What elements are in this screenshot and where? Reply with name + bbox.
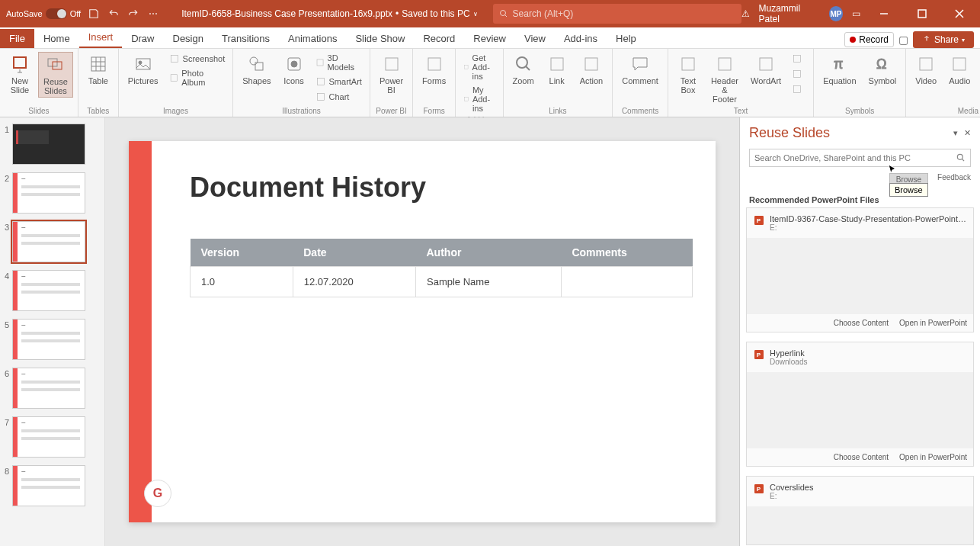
present-icon[interactable]: ▢	[898, 34, 908, 46]
screenshot-button[interactable]: Screenshot	[166, 52, 229, 66]
thumbnail-2[interactable]: 2—	[0, 171, 104, 215]
pictures-button[interactable]: Pictures	[123, 52, 163, 87]
col-version[interactable]: Version	[191, 239, 293, 267]
col-comments[interactable]: Comments	[561, 239, 692, 267]
shapes-button[interactable]: Shapes	[238, 52, 275, 87]
choose-content-link[interactable]: Choose Content	[834, 319, 889, 327]
tab-transitions[interactable]: Transitions	[213, 29, 279, 48]
textbox-button[interactable]: TextBox	[673, 52, 703, 96]
thumbnail-8[interactable]: 8—	[0, 464, 104, 508]
table-row[interactable]: 1.012.07.2020Sample Name	[191, 267, 693, 297]
search-icon[interactable]	[956, 153, 966, 163]
save-icon[interactable]	[87, 7, 101, 21]
action-button[interactable]: Action	[575, 52, 608, 87]
smartart-button[interactable]: SmartArt	[312, 75, 365, 88]
slidenum-button[interactable]	[789, 67, 809, 81]
object-button[interactable]	[789, 82, 809, 96]
reuse-slides-button[interactable]: ReuseSlides	[38, 52, 73, 98]
open-in-powerpoint-link[interactable]: Open in PowerPoint	[899, 453, 967, 461]
powerbi-button[interactable]: PowerBI	[375, 52, 408, 96]
pane-close-icon[interactable]: ✕	[964, 128, 971, 138]
equation-button[interactable]: πEquation	[818, 52, 860, 87]
chart-button[interactable]: Chart	[312, 90, 365, 104]
redo-icon[interactable]	[127, 7, 140, 21]
ribbon-display-icon[interactable]: ▭	[852, 8, 860, 19]
headerfooter-button[interactable]: Header& Footer	[706, 52, 743, 105]
browse-tooltip: Browse	[889, 183, 928, 197]
thumbnail-7[interactable]: 7—	[0, 415, 104, 459]
slide[interactable]: Document History VersionDateAuthorCommen…	[129, 141, 716, 522]
table-button[interactable]: Table	[83, 52, 114, 87]
search-box[interactable]: Search (Alt+Q)	[493, 4, 741, 24]
tab-insert[interactable]: Insert	[79, 27, 123, 48]
col-author[interactable]: Author	[416, 239, 562, 267]
ribbon-group-media: VideoAudioScreenRecordingMedia	[906, 49, 980, 117]
maximize-button[interactable]	[908, 0, 937, 27]
choose-content-link[interactable]: Choose Content	[834, 453, 889, 461]
slide-title[interactable]: Document History	[190, 172, 426, 204]
pane-search-input[interactable]	[749, 149, 971, 167]
thumbnail-1[interactable]: 1	[0, 122, 104, 166]
open-in-powerpoint-link[interactable]: Open in PowerPoint	[899, 319, 967, 327]
file-card[interactable]: PHyperlinkDownloadsChoose ContentOpen in…	[746, 342, 974, 467]
share-button[interactable]: Share ▾	[913, 31, 974, 48]
pane-menu-icon[interactable]: ▾	[953, 128, 958, 138]
video-button[interactable]: Video	[911, 52, 941, 87]
close-button[interactable]	[945, 0, 974, 27]
file-card[interactable]: PCoverslidesE:	[746, 476, 974, 545]
feedback-link[interactable]: Feedback	[937, 173, 971, 186]
autosave-toggle[interactable]: AutoSave Off	[6, 8, 81, 19]
tab-file[interactable]: File	[0, 29, 34, 48]
warning-icon[interactable]: ⚠	[741, 8, 750, 19]
thumbnail-number: 1	[2, 124, 9, 134]
icons-button[interactable]: Icons	[279, 52, 309, 87]
table-icon	[88, 53, 109, 75]
link-button[interactable]: Link	[542, 52, 572, 87]
autosave-state: Off	[70, 9, 81, 18]
svg-rect-29	[793, 85, 800, 92]
slide-editor[interactable]: Document History VersionDateAuthorCommen…	[105, 117, 739, 546]
tab-slide-show[interactable]: Slide Show	[346, 29, 414, 48]
more-icon[interactable]: ⋯	[146, 7, 160, 21]
tab-animations[interactable]: Animations	[279, 29, 346, 48]
tab-record[interactable]: Record	[414, 29, 464, 48]
pictures-icon	[133, 53, 154, 75]
wordart-button[interactable]: WordArt	[746, 52, 786, 87]
thumbnail-4[interactable]: 4—	[0, 268, 104, 313]
comment-button[interactable]: Comment	[617, 52, 663, 87]
document-history-table[interactable]: VersionDateAuthorComments 1.012.07.2020S…	[190, 239, 693, 297]
equation-icon: π	[829, 53, 850, 75]
minimize-button[interactable]	[870, 0, 898, 27]
pane-search[interactable]	[749, 149, 971, 167]
3d-button[interactable]: 3D Models	[312, 52, 365, 73]
tab-review[interactable]: Review	[464, 29, 515, 48]
tab-view[interactable]: View	[515, 29, 555, 48]
col-date[interactable]: Date	[293, 239, 415, 267]
slide-accent-bar	[129, 141, 152, 522]
myaddins-button[interactable]: My Add-ins	[460, 84, 498, 114]
tab-design[interactable]: Design	[164, 29, 213, 48]
file-preview	[747, 372, 973, 448]
file-card[interactable]: PItemID-9367-Case-Study-Presentation-Pow…	[746, 207, 974, 332]
record-button[interactable]: Record	[844, 32, 894, 47]
tab-draw[interactable]: Draw	[122, 29, 163, 48]
file-preview	[747, 506, 973, 544]
date-button[interactable]	[789, 52, 809, 66]
thumbnail-3[interactable]: 3—	[0, 220, 104, 264]
powerpoint-file-icon: P	[753, 348, 765, 361]
new-slide-button[interactable]: NewSlide	[5, 52, 35, 96]
forms-button[interactable]: Forms	[418, 52, 450, 87]
zoom-button[interactable]: Zoom	[508, 52, 539, 87]
tab-add-ins[interactable]: Add-ins	[555, 29, 607, 48]
store-button[interactable]: Get Add-ins	[460, 52, 498, 82]
symbol-button[interactable]: ΩSymbol	[864, 52, 902, 87]
thumbnail-6[interactable]: 6—	[0, 366, 104, 410]
tab-help[interactable]: Help	[607, 29, 645, 48]
thumbnail-number: 4	[2, 270, 9, 281]
user-avatar[interactable]: MP	[829, 6, 844, 21]
thumbnail-5[interactable]: 5—	[0, 317, 104, 361]
tab-home[interactable]: Home	[34, 29, 79, 48]
audio-button[interactable]: Audio	[944, 52, 975, 87]
undo-icon[interactable]	[107, 7, 120, 21]
photo-album-button[interactable]: Photo Album	[166, 67, 229, 88]
